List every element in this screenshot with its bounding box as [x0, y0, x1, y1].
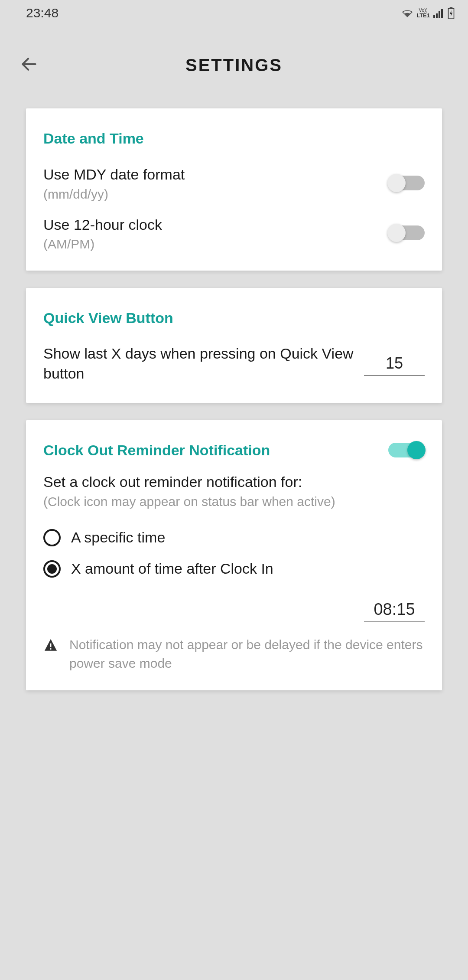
status-icons: Vo)) LTE1 [402, 7, 455, 19]
svg-marker-6 [450, 10, 453, 17]
svg-rect-3 [441, 9, 443, 18]
svg-rect-0 [433, 15, 435, 18]
clock-out-sub: (Clock icon may appear on status bar whe… [43, 494, 425, 509]
warning-row: Notification may not appear or be delaye… [43, 635, 425, 673]
signal-icon [433, 8, 444, 18]
clock12-toggle[interactable] [388, 225, 425, 240]
warning-icon [43, 638, 58, 653]
quick-view-days-label: Show last X days when pressing on Quick … [43, 344, 364, 384]
page-title: SETTINGS [22, 56, 446, 75]
svg-rect-8 [50, 648, 52, 650]
date-time-card: Date and Time Use MDY date format (mm/dd… [26, 108, 442, 271]
radio-specific-time[interactable]: A specific time [43, 522, 425, 553]
quick-view-card: Quick View Button Show last X days when … [26, 288, 442, 403]
quick-view-days-input[interactable] [364, 352, 425, 376]
svg-rect-1 [436, 13, 438, 18]
mdy-format-row[interactable]: Use MDY date format (mm/dd/yy) [43, 160, 425, 210]
mdy-sub: (mm/dd/yy) [43, 187, 388, 202]
warning-text: Notification may not appear or be delaye… [69, 635, 425, 673]
quick-view-days-row: Show last X days when pressing on Quick … [43, 340, 425, 385]
battery-icon [447, 7, 455, 19]
wifi-icon [402, 8, 413, 18]
quick-view-section-title: Quick View Button [43, 310, 425, 327]
reminder-time-input[interactable] [364, 598, 425, 622]
network-label: LTE1 [416, 13, 430, 18]
clock-out-section-title: Clock Out Reminder Notification [43, 442, 270, 459]
radio-after-clock-in[interactable]: X amount of time after Clock In [43, 553, 425, 585]
status-time: 23:48 [26, 6, 58, 20]
radio-icon [43, 560, 61, 578]
clock12-sub: (AM/PM) [43, 237, 388, 252]
arrow-left-icon [20, 55, 39, 74]
back-button[interactable] [20, 55, 39, 75]
clock12-row[interactable]: Use 12-hour clock (AM/PM) [43, 210, 425, 254]
header: SETTINGS [0, 43, 468, 87]
radio-icon [43, 529, 61, 546]
mdy-toggle[interactable] [388, 176, 425, 190]
clock-out-toggle[interactable] [388, 443, 425, 457]
clock-out-card: Clock Out Reminder Notification Set a cl… [26, 420, 442, 690]
mdy-label: Use MDY date format [43, 164, 388, 185]
date-time-section-title: Date and Time [43, 130, 425, 147]
clock-out-label: Set a clock out reminder notification fo… [43, 472, 425, 493]
svg-rect-2 [439, 11, 440, 18]
status-bar: 23:48 Vo)) LTE1 [0, 0, 468, 26]
svg-rect-7 [50, 643, 52, 647]
clock12-label: Use 12-hour clock [43, 215, 388, 235]
radio-specific-label: A specific time [71, 529, 165, 546]
radio-after-label: X amount of time after Clock In [71, 560, 273, 577]
